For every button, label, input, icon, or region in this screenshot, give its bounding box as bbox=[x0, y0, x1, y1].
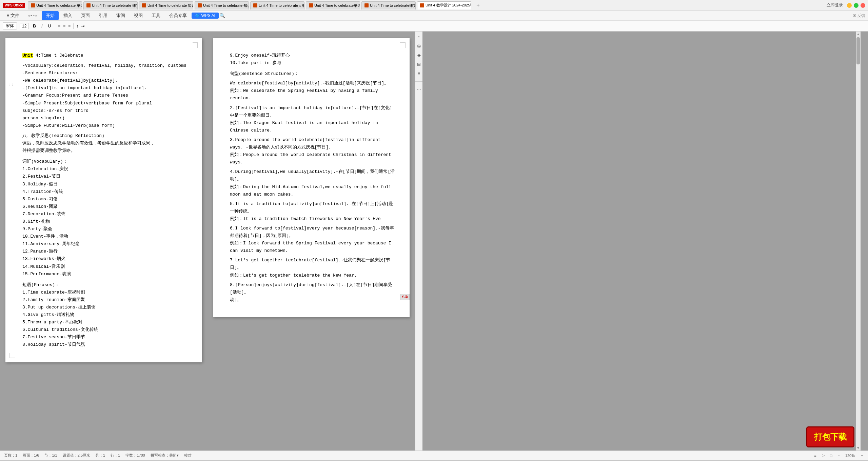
right-tool-2[interactable]: ◎ bbox=[417, 43, 421, 48]
sentence-structure-header: -Sentence Structures: bbox=[22, 69, 189, 77]
tab-icon-1 bbox=[31, 3, 35, 7]
status-proofread[interactable]: 校对 bbox=[184, 453, 192, 458]
phrase-2: 2.Family reunion-家庭团聚 bbox=[22, 296, 189, 304]
sentence-s1: -We celebrate[festival]by[activity]. bbox=[22, 77, 189, 84]
ribbon-tab-insert[interactable]: 插入 bbox=[59, 11, 76, 20]
right-tool-6[interactable]: ⋯ bbox=[417, 87, 421, 92]
tab-icon-3 bbox=[142, 3, 146, 7]
page2-item-10: 10.Take part in-参与 bbox=[230, 59, 396, 67]
right-tool-5[interactable]: ≡ bbox=[418, 71, 420, 76]
simple-future: -Simple Future:will+verb(base form) bbox=[22, 122, 189, 129]
align-right-button[interactable]: ≡ bbox=[68, 24, 71, 28]
tab-label-8: Unit 4 教学设计 2024-2025学... bbox=[426, 3, 471, 8]
tab-5[interactable]: Unit 4 Time to celebrate大单元分... bbox=[250, 1, 304, 9]
feedback-button[interactable]: ✉ 反馈 bbox=[853, 13, 865, 19]
view-mode-2[interactable]: ▷ bbox=[822, 453, 825, 458]
ribbon-tab-page[interactable]: 页面 bbox=[77, 11, 94, 20]
status-row: 行：1 bbox=[111, 453, 120, 458]
view-mode-3[interactable]: □ bbox=[830, 454, 832, 458]
maximize-button[interactable] bbox=[854, 3, 859, 8]
tab-label-3: Unit 4 Time to celebrate 知识点2 bbox=[147, 3, 193, 8]
page-title-rest: 4:Time t Celebrate bbox=[36, 53, 83, 58]
align-center-button[interactable]: ≡ bbox=[63, 24, 65, 28]
tab-7[interactable]: Unit 4 Time to celebrate课文讲解... bbox=[361, 1, 416, 9]
right-tool-3[interactable]: ◈ bbox=[417, 53, 421, 58]
view-mode-1[interactable]: ≡ bbox=[814, 454, 816, 458]
scroll-up-arrow[interactable]: ▲ bbox=[856, 32, 860, 36]
tab-2[interactable]: Unit 4 Time to celebrate 课文知识... bbox=[83, 1, 138, 9]
ribbon-tab-home[interactable]: 开始 bbox=[42, 11, 59, 20]
tab-icon-4 bbox=[198, 3, 202, 7]
tab-1[interactable]: Unit 4 Time to celebrate 单词表计... bbox=[28, 1, 82, 9]
vocab-13: 13.Fireworks-烟火 bbox=[22, 255, 189, 263]
sentence-2: 2.[Festival]is an important holiday in[c… bbox=[230, 104, 396, 134]
close-button[interactable] bbox=[861, 3, 865, 8]
ribbon-tab-view[interactable]: 视图 bbox=[130, 11, 147, 20]
person-singular: person singular) bbox=[22, 115, 189, 122]
right-tool-1[interactable]: ↕ bbox=[418, 34, 420, 39]
download-badge[interactable]: 打包下载 bbox=[806, 426, 854, 447]
ribbon: ≡ 文件 ↩ ↪ 开始 插入 页面 引用 审阅 视图 工具 会员专享 🔷 WPS… bbox=[0, 11, 868, 32]
zoom-in[interactable]: ＋ bbox=[860, 453, 864, 458]
vocab-10: 10.Event-事件，活动 bbox=[22, 233, 189, 240]
phrase-7: 7.Festive season-节日季节 bbox=[22, 334, 189, 341]
status-total: 页面：1/6 bbox=[23, 453, 39, 458]
scroll-down-arrow[interactable]: ▼ bbox=[856, 446, 860, 450]
sent5-text: 5.It is a tradition to[activity]on[festi… bbox=[230, 200, 396, 215]
align-left-button[interactable]: ≡ bbox=[58, 24, 60, 28]
indent-button[interactable]: ⇥ bbox=[81, 24, 84, 28]
tab-4[interactable]: Unit 4 Time to celebrate 知识清单 bbox=[195, 1, 249, 9]
phrase-5: 5.Throw a party-举办派对 bbox=[22, 319, 189, 326]
right-tool-4[interactable]: ⊞ bbox=[417, 62, 421, 67]
status-check[interactable]: 拼写检查：关闭▾ bbox=[151, 453, 179, 458]
vertical-scrollbar[interactable]: ▲ ▼ bbox=[856, 32, 861, 450]
tab-3[interactable]: Unit 4 Time to celebrate 知识点2 bbox=[139, 1, 193, 9]
tab-6[interactable]: Unit 4 Time to celebrate单词讲析... bbox=[306, 1, 360, 9]
right-panel-divider bbox=[415, 81, 422, 82]
drag-handle: ⋮⋮ bbox=[7, 82, 14, 86]
page-2: 9.Enjoy oneself-玩得开心 10.Take part in-参与 … bbox=[213, 38, 410, 317]
font-size-selector[interactable]: 12 bbox=[20, 23, 29, 29]
sent5-example: 例如：It is a tradition twatch fireworks on… bbox=[230, 215, 396, 223]
phrase-4: 4.Give gifts-赠送礼物 bbox=[22, 311, 189, 319]
font-selector[interactable]: 宋体 bbox=[3, 22, 17, 29]
vocab-15: 15.Performance-表演 bbox=[22, 270, 189, 278]
phrase-8: 8.Holiday spirit-节日气氛 bbox=[22, 341, 189, 348]
scroll-thumb[interactable] bbox=[856, 37, 860, 64]
new-tab-button[interactable]: ＋ bbox=[473, 2, 484, 9]
ribbon-tab-file[interactable]: ≡ 文件 bbox=[3, 11, 23, 20]
tab-label-2: Unit 4 Time to celebrate 课文知识... bbox=[92, 3, 138, 8]
undo-button[interactable]: ↩ bbox=[28, 13, 32, 18]
tab-icon-6 bbox=[309, 3, 313, 7]
title-bar: WPS Office Unit 4 Time to celebrate 单词表计… bbox=[0, 0, 868, 11]
italic-button[interactable]: I bbox=[40, 23, 44, 29]
underline-button[interactable]: U bbox=[46, 23, 52, 29]
tab-icon-2 bbox=[86, 3, 91, 7]
ribbon-tab-reference[interactable]: 引用 bbox=[95, 11, 112, 20]
minimize-button[interactable] bbox=[847, 3, 852, 8]
wps-logo[interactable]: WPS Office bbox=[3, 3, 25, 8]
page2-item-9: 9.Enjoy oneself-玩得开心 bbox=[230, 52, 396, 59]
sentence-7: 7.Let's get together tcelebrate[festival… bbox=[230, 257, 396, 279]
reflection-text1: 课后，教师应反思教学活动的有效性，考虑学生的反应和学习成果， bbox=[22, 140, 189, 147]
paragraph-spacing-button[interactable]: ↕ bbox=[76, 24, 78, 28]
wps-ai-button[interactable]: 🔷 WPS AI bbox=[192, 13, 219, 19]
sentence-header: 句型(Sentence Structures)： bbox=[230, 70, 396, 78]
search-button[interactable]: 🔍 bbox=[219, 13, 225, 18]
sent8-text: 8.[Person]enjoys[activity]during[festiva… bbox=[230, 281, 396, 296]
ribbon-tab-review[interactable]: 审阅 bbox=[112, 11, 129, 20]
s5-badge: S⑤ bbox=[400, 294, 410, 300]
reflection-text2: 并根据需要调整教学策略。 bbox=[22, 147, 189, 155]
tab-icon-5 bbox=[253, 3, 257, 7]
zoom-out[interactable]: − bbox=[837, 454, 840, 458]
login-button[interactable]: 立即登录 bbox=[827, 2, 843, 8]
bold-button[interactable]: B bbox=[32, 23, 37, 29]
tab-8[interactable]: Unit 4 教学设计 2024-2025学... ✕ bbox=[417, 1, 471, 9]
simple-present: -Simple Present:Subject+verb(base form f… bbox=[22, 100, 189, 107]
status-bar: 页数：1 页面：1/6 节：1/1 设置值：2.5厘米 列：1 行：1 字数：1… bbox=[0, 450, 868, 460]
redo-button[interactable]: ↪ bbox=[33, 13, 37, 18]
title-bar-right: 立即登录 bbox=[827, 2, 865, 8]
ribbon-tab-tools[interactable]: 工具 bbox=[147, 11, 164, 20]
ribbon-tab-member[interactable]: 会员专享 bbox=[165, 11, 191, 20]
sent4-text: 4.During[festival],we usually[activity].… bbox=[230, 168, 396, 183]
